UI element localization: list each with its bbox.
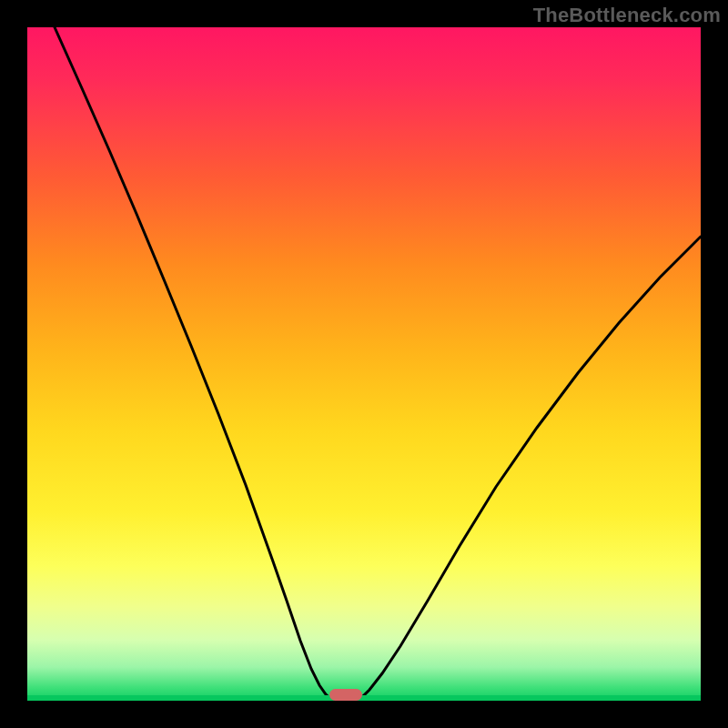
baseline-strip (27, 695, 701, 701)
watermark-text: TheBottleneck.com (533, 4, 721, 27)
curve-right-branch (357, 237, 701, 701)
curve-left-branch (55, 27, 333, 701)
min-marker (329, 689, 362, 701)
plot-area (27, 27, 701, 701)
outer-frame: TheBottleneck.com (0, 0, 728, 728)
curve-svg (27, 27, 701, 701)
